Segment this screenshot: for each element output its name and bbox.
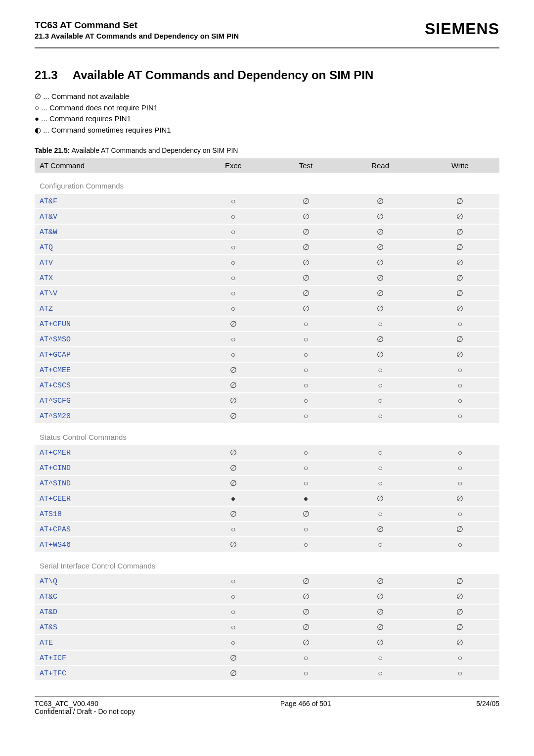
cmd-link[interactable]: AT&D (40, 608, 57, 616)
table-row: AT+ICF∅○○○ (35, 650, 499, 665)
cell-write: ○ (421, 460, 500, 475)
cmd-link[interactable]: AT+IFC (40, 669, 66, 678)
cell-write: ○ (421, 650, 500, 665)
cmd-link[interactable]: AT+CMEE (40, 366, 71, 375)
cmd-link[interactable]: ATZ (40, 305, 53, 313)
cell-test: ∅ (271, 224, 340, 239)
cmd-link[interactable]: AT&S (40, 623, 57, 632)
cmd-link[interactable]: AT\V (40, 289, 57, 298)
table-row: AT&W○∅∅∅ (35, 224, 499, 239)
table-row: AT+CSCS∅○○○ (35, 378, 499, 393)
cmd-link[interactable]: AT^SCFG (40, 397, 71, 405)
table-row: ATZ○∅∅∅ (35, 301, 499, 316)
cell-write: ∅ (421, 301, 500, 316)
cell-test: ○ (271, 331, 340, 347)
table-row: AT^SMSO○○∅∅ (35, 331, 499, 347)
cmd-link[interactable]: AT+CFUN (40, 320, 71, 329)
cell-exec: ○ (195, 604, 271, 619)
cell-test: ∅ (271, 239, 340, 255)
cmd-link[interactable]: AT^SIND (40, 479, 71, 488)
cmd-link[interactable]: AT&W (40, 228, 57, 236)
table-row: ATS18∅∅○○ (35, 506, 499, 521)
cell-read: ∅ (340, 589, 421, 604)
group-status-label: Status Control Commands (35, 424, 499, 445)
cell-test: ∅ (271, 255, 340, 270)
cell-write: ∅ (421, 347, 500, 362)
doc-subtitle: 21.3 Available AT Commands and Dependenc… (35, 32, 239, 40)
page-header: TC63 AT Command Set 21.3 Available AT Co… (35, 20, 499, 44)
cell-exec: ∅ (195, 445, 271, 460)
cmd-link[interactable]: ATQ (40, 243, 53, 252)
cell-test: ○ (271, 650, 340, 665)
cell-write: ○ (421, 537, 500, 552)
cell-write: ○ (421, 445, 500, 460)
cell-exec: ○ (195, 209, 271, 224)
table-row: AT\Q○∅∅∅ (35, 573, 499, 589)
group-serial-label: Serial Interface Control Commands (35, 552, 499, 573)
cell-write: ∅ (421, 589, 500, 604)
cmd-link[interactable]: AT+CIND (40, 464, 71, 472)
table-row: AT+IFC∅○○○ (35, 665, 499, 681)
cell-test: ∅ (271, 270, 340, 285)
cmd-link[interactable]: ATE (40, 639, 53, 647)
section-number: 21.3 (35, 68, 58, 82)
table-row: AT&S○∅∅∅ (35, 619, 499, 635)
cell-read: ○ (340, 650, 421, 665)
cell-exec: ∅ (195, 378, 271, 393)
cell-write: ∅ (421, 239, 500, 255)
cell-exec: ∅ (195, 537, 271, 552)
cmd-link[interactable]: AT+WS46 (40, 541, 71, 549)
col-read: Read (340, 158, 421, 173)
doc-title: TC63 AT Command Set (35, 20, 239, 31)
table-row: AT&F○∅∅∅ (35, 193, 499, 209)
cmd-link[interactable]: AT&F (40, 197, 57, 206)
cell-read: ∅ (340, 331, 421, 347)
cmd-link[interactable]: AT+CEER (40, 495, 71, 503)
cell-read: ∅ (340, 285, 421, 301)
section-heading: 21.3Available AT Commands and Dependency… (35, 68, 499, 82)
cell-exec: ○ (195, 347, 271, 362)
cmd-link[interactable]: AT&C (40, 593, 57, 601)
cmd-link[interactable]: AT\Q (40, 577, 57, 586)
cmd-link[interactable]: AT+CPAS (40, 525, 71, 534)
footer-left: TC63_ATC_V00.490 Confidential / Draft - … (35, 700, 135, 715)
cell-write: ∅ (421, 193, 500, 209)
table-caption-label: Table 21.5: (35, 146, 70, 154)
cell-test: ∅ (271, 604, 340, 619)
table-row: ATQ○∅∅∅ (35, 239, 499, 255)
cell-read: ∅ (340, 193, 421, 209)
header-left: TC63 AT Command Set 21.3 Available AT Co… (35, 20, 239, 40)
cmd-link[interactable]: AT^SMSO (40, 335, 71, 344)
col-exec: Exec (195, 158, 271, 173)
cell-write: ∅ (421, 573, 500, 589)
table-row: AT+CFUN∅○○○ (35, 316, 499, 331)
cell-test: ○ (271, 521, 340, 537)
cell-read: ○ (340, 393, 421, 408)
cmd-link[interactable]: AT+ICF (40, 654, 66, 662)
cmd-link[interactable]: AT+CSCS (40, 381, 71, 390)
group-status: Status Control Commands (35, 424, 499, 445)
table-row: AT^SIND∅○○○ (35, 475, 499, 491)
cell-exec: ○ (195, 589, 271, 604)
cell-exec: ○ (195, 239, 271, 255)
cell-read: ∅ (340, 255, 421, 270)
cell-test: ∅ (271, 209, 340, 224)
header-rule (35, 47, 499, 48)
cell-write: ∅ (421, 255, 500, 270)
cmd-link[interactable]: AT+GCAP (40, 351, 71, 359)
cell-write: ∅ (421, 270, 500, 285)
cmd-link[interactable]: AT&V (40, 213, 57, 221)
cell-exec: ∅ (195, 393, 271, 408)
cell-read: ∅ (340, 635, 421, 650)
cmd-link[interactable]: ATX (40, 274, 53, 283)
cell-write: ○ (421, 378, 500, 393)
cell-read: ∅ (340, 301, 421, 316)
cmd-link[interactable]: ATV (40, 259, 53, 267)
cell-read: ∅ (340, 347, 421, 362)
cmd-link[interactable]: AT^SM20 (40, 412, 71, 421)
cell-write: ∅ (421, 224, 500, 239)
cmd-link[interactable]: ATS18 (40, 510, 62, 519)
cell-read: ○ (340, 665, 421, 681)
cell-read: ○ (340, 537, 421, 552)
cmd-link[interactable]: AT+CMER (40, 449, 71, 457)
